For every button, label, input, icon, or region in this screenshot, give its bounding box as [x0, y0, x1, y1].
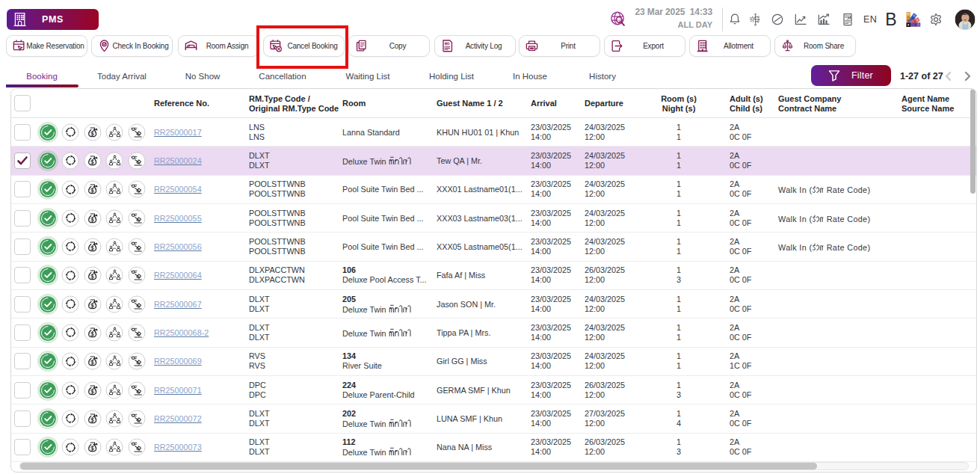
svg-text:LOG: LOG — [446, 43, 450, 46]
